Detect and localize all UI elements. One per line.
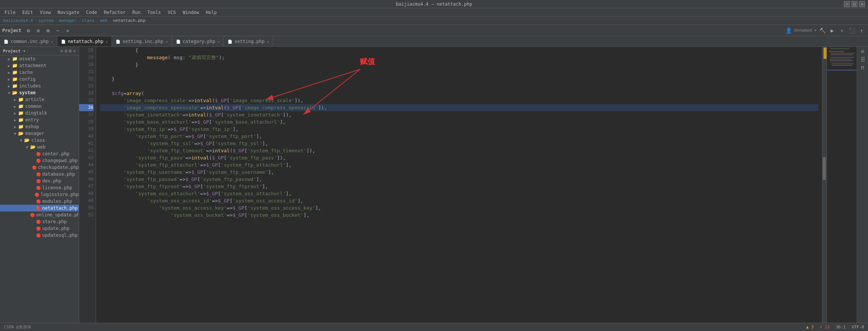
sidebar-item-updatesql[interactable]: 🔴 updatesql.php [0,232,79,239]
watermark-text: CSDN @鱼形体 [4,324,31,330]
structure-panel-icon[interactable]: ⊞ [861,48,864,54]
file-icon-updatesql: 🔴 [36,233,41,238]
sidebar-item-web[interactable]: ▼ 📂 web [0,144,79,150]
menu-edit[interactable]: Edit [19,9,36,16]
sidebar-item-label-includes: includes [19,83,41,89]
sidebar-item-label-dev: dev.php [42,178,61,184]
collapse-icon[interactable]: − [54,26,62,35]
maven-panel-icon[interactable]: M [861,65,864,71]
code-content[interactable]: { message( msg: "请填写完整"); } } $cfg=array… [96,47,822,323]
settings-icon[interactable]: ⚙ [24,26,33,35]
menu-refactor[interactable]: Refactor [101,9,129,16]
sidebar-item-common[interactable]: ▶ 📁 common [0,103,79,110]
sidebar-item-loginstore[interactable]: 🔴 loginstore.php [0,191,79,198]
menu-tools[interactable]: Tools [144,9,164,16]
sidebar-close-icon[interactable]: ✕ [73,48,76,54]
sidebar-item-label-updatesql: updatesql.php [42,233,78,238]
close-panel-icon[interactable]: ✕ [64,26,72,35]
menu-navigate[interactable]: Navigate [55,9,83,16]
breadcrumb-part-3[interactable]: class [82,18,94,23]
git-icon[interactable]: ↑ [857,26,866,35]
menu-help[interactable]: Help [203,9,220,16]
sidebar-item-netattach[interactable]: 🔴 netattach.php [0,205,79,211]
tab-setting-inc[interactable]: 📄 setting.inc.php ✕ [112,37,172,46]
tab-close-netattach[interactable]: ✕ [106,40,108,44]
sidebar-item-label-config: config [19,77,35,82]
tab-category[interactable]: 📄 category.php ✕ [172,37,224,46]
sidebar-item-attachment[interactable]: ▶ 📁 attachment [0,62,79,69]
database-panel-icon[interactable]: 🗄 [860,57,865,63]
sidebar-gear-icon[interactable]: ⚙ [60,48,63,54]
breadcrumb-part-2[interactable]: manager [59,18,76,23]
sidebar-item-dingtalk[interactable]: ▶ 📁 dingtalk [0,110,79,116]
toolbar: Project ⚙ ≡ ⊞ − ✕ 👤 Unnamed ▾ 🔨 ▶ ⚡ ⬛ ↑ [0,25,868,36]
line-num-39: 39 [79,126,93,133]
sidebar-item-includes[interactable]: ▶ 📁 includes [0,83,79,89]
run-icon[interactable]: ⚡ [838,26,846,35]
sidebar-item-cache[interactable]: ▶ 📁 cache [0,69,79,76]
sidebar-item-config[interactable]: ▶ 📁 config [0,76,79,83]
code-line-28: { [100,47,818,54]
window-controls[interactable]: ─ □ ✕ [844,1,865,7]
tree-arrow-config: ▶ [6,77,12,81]
sidebar-item-system[interactable]: ▼ 📂 system [0,89,79,96]
tab-close-common-inc[interactable]: ✕ [51,40,53,44]
tab-common-inc[interactable]: 📄 common.inc.php ✕ [0,37,57,46]
code-line-31 [100,68,818,75]
folder-icon-eshop: 📁 [18,124,24,129]
sidebar-item-center-php[interactable]: 🔴 center.php [0,150,79,157]
sidebar-item-eshop[interactable]: ▶ 📁 eshop [0,123,79,130]
tab-close-setting[interactable]: ✕ [267,40,269,44]
menu-window[interactable]: Window [180,9,202,16]
sort-icon[interactable]: ≡ [34,26,43,35]
menu-view[interactable]: View [37,9,54,16]
sidebar-item-article[interactable]: ▶ 📁 article [0,96,79,103]
sidebar-item-update[interactable]: 🔴 update.php [0,225,79,232]
build-icon[interactable]: 🔨 [818,26,827,35]
sidebar-item-assets[interactable]: ▶ 📁 assets [0,55,79,62]
tab-close-setting-inc[interactable]: ✕ [166,40,168,44]
stop-icon[interactable]: ⬛ [848,26,856,35]
menu-code[interactable]: Code [83,9,100,16]
tab-setting[interactable]: 📄 setting.php ✕ [224,37,273,46]
sidebar-item-manager[interactable]: ▼ 📂 manager [0,130,79,137]
sidebar-item-entry[interactable]: ▶ 📁 entry [0,116,79,123]
menu-vcs[interactable]: VCS [165,9,179,16]
sidebar-item-modules[interactable]: 🔴 modules.php [0,198,79,205]
tree-arrow-article: ▶ [12,98,18,102]
sidebar-item-class[interactable]: ▼ 📂 class [0,137,79,144]
sidebar-item-changepwd[interactable]: 🔴 changepwd.php [0,157,79,164]
sidebar-sort-icon[interactable]: ≡ [64,48,67,54]
sidebar-item-database[interactable]: 🔴 database.php [0,171,79,178]
breadcrumb-bar: baijiacms4.4 › system › manager › class … [0,17,868,25]
sidebar-header-icons: ⚙ ≡ ⊞ ✕ [60,48,76,54]
breadcrumb-part-1[interactable]: system [38,18,54,23]
sidebar-item-license[interactable]: 🔴 license.php [0,184,79,191]
line-num-38: 38 [79,118,93,126]
sidebar-item-online-update[interactable]: 🔴 online_update.php [0,211,79,218]
sidebar-item-label-attachment: attachment [19,63,46,68]
minimize-button[interactable]: ─ [844,1,850,7]
sidebar-expand-icon[interactable]: ⊞ [69,48,72,54]
menu-file[interactable]: File [2,9,18,16]
breadcrumb-part-0[interactable]: baijiacms4.4 [3,18,33,23]
close-button[interactable]: ✕ [859,1,865,7]
sidebar-item-checkupdate[interactable]: 🔴 checkupdate.php [0,164,79,171]
file-icon-online-update: 🔴 [30,213,35,217]
breadcrumb-sep-0: › [34,18,37,23]
file-icon-modules: 🔴 [36,199,41,204]
menu-run[interactable]: Run [129,9,144,16]
scrollbar-thumb[interactable] [823,157,826,180]
breadcrumb-part-4[interactable]: web [100,18,107,23]
debug-icon[interactable]: ▶ [828,26,836,35]
sidebar-item-store[interactable]: 🔴 store.php [0,218,79,225]
sidebar-item-label-web: web [37,144,46,150]
sidebar-item-dev[interactable]: 🔴 dev.php [0,178,79,184]
expand-icon[interactable]: ⊞ [44,26,52,35]
restore-button[interactable]: □ [851,1,857,7]
user-icon[interactable]: 👤 [784,26,793,35]
tab-netattach[interactable]: 📄 netattach.php ✕ [57,37,112,46]
warnings-badge: ▲ 3 [806,325,814,329]
right-scrollbar[interactable] [822,47,827,323]
tab-close-category[interactable]: ✕ [217,40,220,44]
